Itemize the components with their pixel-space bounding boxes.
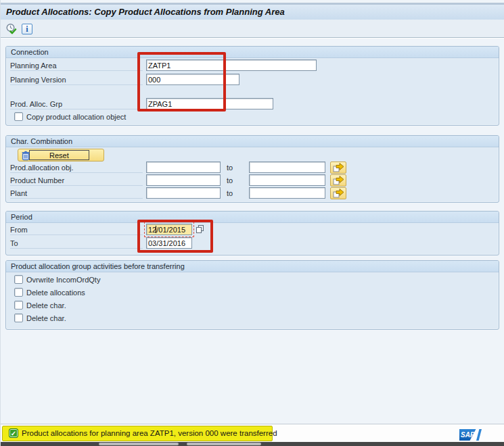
period-group-title: Period — [6, 212, 499, 223]
reset-button[interactable]: Reset — [18, 149, 104, 162]
multiselect-arrow-icon — [331, 179, 346, 187]
planning-version-label: Planning Version — [10, 75, 66, 85]
application-toolbar: i — [1, 20, 504, 38]
row-separator — [10, 198, 143, 199]
plant-multiselect-button[interactable] — [330, 187, 346, 199]
success-check-icon: ✓ — [9, 428, 18, 438]
overlap-square — [196, 227, 202, 233]
info-button[interactable]: i — [22, 24, 32, 34]
prod-alloc-grp-input[interactable] — [146, 98, 273, 109]
to-label: to — [227, 176, 240, 186]
planning-area-input[interactable] — [146, 59, 317, 71]
prod-allocation-obj-label: Prod.allocation obj. — [10, 163, 74, 173]
delete-char-checkbox[interactable] — [14, 314, 23, 322]
sap-logo: SAP — [459, 429, 478, 441]
ovrwrite-incomordqty-label: Ovrwrite IncomOrdQty — [26, 275, 100, 284]
info-icon: i — [26, 24, 28, 34]
sap-window: Product Allocations: Copy Product Alloca… — [0, 0, 504, 446]
delete-char-label: Delete char. — [26, 301, 66, 310]
period-group: Period — [5, 211, 499, 255]
row-separator — [10, 234, 143, 235]
page-title: Product Allocations: Copy Product Alloca… — [6, 7, 285, 17]
from-label: From — [10, 225, 28, 235]
delete-char-label: Delete char. — [26, 314, 66, 323]
bottom-edge-fragment — [99, 443, 179, 445]
plant-label: Plant — [10, 189, 27, 199]
delete-char-checkbox[interactable] — [14, 301, 23, 309]
product-number-from-input[interactable] — [146, 174, 221, 186]
activities-group-title: Product allocation group activities befo… — [6, 261, 499, 272]
status-message: Product allocations for planning area ZA… — [22, 429, 277, 437]
multiselect-arrow-icon — [331, 192, 346, 200]
date-picker-icon[interactable] — [195, 224, 205, 234]
to-date-label: To — [10, 239, 18, 249]
text-cursor — [156, 226, 156, 233]
reset-button-label: Reset — [29, 150, 89, 160]
copy-product-allocation-object-label: Copy product allocation object — [26, 112, 126, 122]
product-number-multiselect-button[interactable] — [330, 174, 346, 187]
delete-allocations-label: Delete allocations — [26, 288, 85, 297]
plant-to-input[interactable] — [249, 187, 325, 199]
product-number-to-input[interactable] — [249, 174, 325, 186]
to-label: to — [227, 189, 240, 199]
product-number-label: Product Number — [10, 176, 64, 186]
prod-alloc-grp-label: Prod. Alloc. Grp — [10, 99, 62, 109]
to-label: to — [227, 163, 240, 173]
delete-allocations-checkbox[interactable] — [14, 288, 23, 297]
prod-allocation-obj-multiselect-button[interactable] — [330, 162, 346, 174]
to-date-input[interactable] — [146, 237, 192, 249]
execute-button[interactable] — [5, 23, 18, 35]
title-bar: Product Allocations: Copy Product Alloca… — [1, 3, 504, 20]
multiselect-arrow-icon — [331, 166, 346, 174]
connection-group-title: Connection — [6, 47, 499, 58]
plant-from-input[interactable] — [146, 187, 221, 199]
planning-area-label: Planning Area — [10, 61, 57, 71]
execute-clock-icon — [5, 28, 18, 36]
status-bar: ✓ Product allocations for planning area … — [1, 424, 504, 442]
bottom-edge-fragment — [187, 443, 261, 445]
from-date-input[interactable] — [146, 224, 192, 235]
planning-version-input[interactable] — [146, 74, 239, 85]
char-combination-group-title: Char. Combination — [6, 136, 499, 147]
ovrwrite-incomordqty-checkbox[interactable] — [14, 275, 23, 284]
trash-icon — [21, 151, 30, 162]
prod-allocation-obj-to-input[interactable] — [249, 162, 325, 173]
copy-product-allocation-object-checkbox[interactable] — [14, 112, 23, 121]
row-separator — [10, 248, 143, 249]
prod-allocation-obj-from-input[interactable] — [146, 162, 221, 173]
